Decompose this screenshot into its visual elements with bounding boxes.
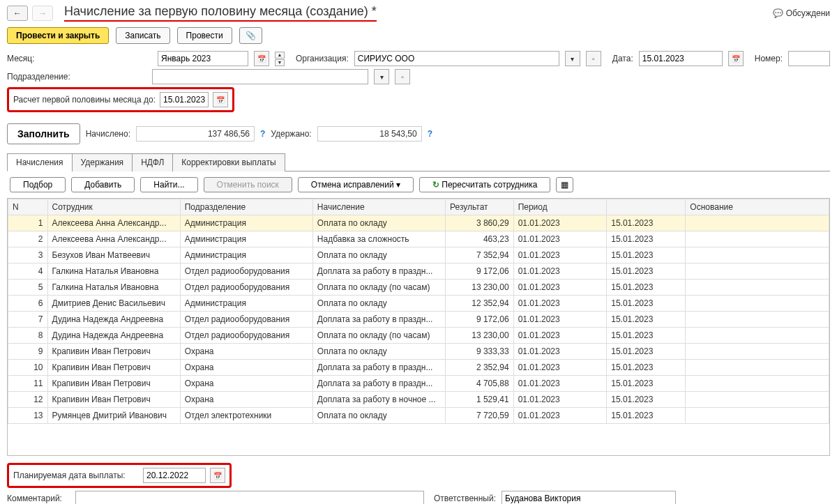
planned-date-field[interactable] <box>143 468 206 483</box>
table-row[interactable]: 1Алексеева Анна Александр...Администраци… <box>8 215 829 231</box>
table-row[interactable]: 11Крапивин Иван ПетровичОхранаДоплата за… <box>8 376 829 392</box>
cancel-search-button: Отменить поиск <box>204 177 292 192</box>
col-n[interactable]: N <box>8 199 48 215</box>
month-field[interactable] <box>158 51 248 66</box>
open-icon[interactable]: ▫ <box>395 69 410 84</box>
withheld-label: Удержано: <box>271 129 311 139</box>
open-icon[interactable]: ▫ <box>586 51 601 66</box>
table-row[interactable]: 8Дудина Надежда АндреевнаОтдел радиообор… <box>8 328 829 344</box>
table-row[interactable]: 6Дмитриев Денис ВасильевичАдминистрацияО… <box>8 296 829 312</box>
col-result[interactable]: Результат <box>446 199 514 215</box>
date-field[interactable] <box>639 51 723 66</box>
table-row[interactable]: 9Крапивин Иван ПетровичОхранаОплата по о… <box>8 344 829 360</box>
help-icon[interactable]: ? <box>260 129 265 139</box>
month-label: Месяц: <box>7 54 70 63</box>
dropdown-icon[interactable]: ▾ <box>565 51 580 66</box>
forward-button[interactable]: → <box>32 6 53 21</box>
discuss-link[interactable]: 💬 Обсуждени <box>773 8 830 18</box>
tab-0[interactable]: Начисления <box>7 153 73 171</box>
cancel-fix-button[interactable]: Отмена исправлений ▾ <box>298 177 414 192</box>
table-row[interactable]: 2Алексеева Анна Александр...Администраци… <box>8 231 829 247</box>
col-period[interactable]: Период <box>513 199 607 215</box>
recalc-button[interactable]: ↻ Пересчитать сотрудника <box>419 177 550 192</box>
back-button[interactable]: ← <box>7 6 28 21</box>
attach-button[interactable]: 📎 <box>239 27 262 44</box>
number-field[interactable] <box>788 51 830 66</box>
post-button[interactable]: Провести <box>177 27 232 44</box>
col-accrual[interactable]: Начисление <box>312 199 445 215</box>
responsible-label: Ответственный: <box>434 494 496 503</box>
col-employee[interactable]: Сотрудник <box>47 199 180 215</box>
select-button[interactable]: Подбор <box>10 177 66 192</box>
page-title: Начисление за первую половину месяца (со… <box>64 4 377 22</box>
col-period-end[interactable] <box>607 199 686 215</box>
comment-field[interactable] <box>75 491 424 504</box>
calendar-icon[interactable]: 📅 <box>210 468 225 483</box>
org-field[interactable] <box>354 51 559 66</box>
table-row[interactable]: 5Галкина Наталья ИвановнаОтдел радиообор… <box>8 280 829 296</box>
calc-until-highlight: Расчет первой половины месяца до: 📅 <box>7 87 234 112</box>
calendar-icon[interactable]: 📅 <box>254 51 269 66</box>
table-row[interactable]: 13Румянцев Дмитрий ИвановичОтдел электро… <box>8 408 829 424</box>
org-label: Организация: <box>296 54 349 63</box>
refresh-icon: ↻ <box>432 180 439 190</box>
division-label: Подразделение: <box>7 72 146 82</box>
tab-1[interactable]: Удержания <box>72 153 133 171</box>
date-label: Дата: <box>612 54 633 63</box>
responsible-field[interactable] <box>502 491 676 504</box>
planned-date-highlight: Планируемая дата выплаты: 📅 <box>7 463 232 488</box>
number-label: Номер: <box>755 54 783 63</box>
withheld-value: 18 543,50 <box>317 126 422 142</box>
planned-date-label: Планируемая дата выплаты: <box>13 471 139 480</box>
month-spinner[interactable]: ▲▼ <box>275 52 285 66</box>
settings-icon[interactable]: ▦ <box>556 177 573 192</box>
tab-2[interactable]: НДФЛ <box>132 153 173 171</box>
comment-label: Комментарий: <box>7 494 70 503</box>
dropdown-icon[interactable]: ▾ <box>374 69 389 84</box>
accruals-table: N Сотрудник Подразделение Начисление Рез… <box>8 199 829 424</box>
add-button[interactable]: Добавить <box>71 177 135 192</box>
calendar-icon[interactable]: 📅 <box>728 51 744 66</box>
calendar-icon[interactable]: 📅 <box>213 92 228 107</box>
calc-until-field[interactable] <box>160 92 209 107</box>
accrued-label: Начислено: <box>86 129 130 139</box>
table-row[interactable]: 7Дудина Надежда АндреевнаОтдел радиообор… <box>8 312 829 328</box>
find-button[interactable]: Найти... <box>140 177 197 192</box>
division-field[interactable] <box>152 69 368 84</box>
speech-icon: 💬 <box>773 8 783 18</box>
accrued-value: 137 486,56 <box>136 126 255 142</box>
fill-button[interactable]: Заполнить <box>7 123 80 144</box>
tab-3[interactable]: Корректировки выплаты <box>172 153 285 171</box>
post-and-close-button[interactable]: Провести и закрыть <box>7 27 109 44</box>
table-row[interactable]: 4Галкина Наталья ИвановнаОтдел радиообор… <box>8 264 829 280</box>
save-button[interactable]: Записать <box>116 27 169 44</box>
calc-until-label: Расчет первой половины месяца до: <box>13 95 156 105</box>
col-division[interactable]: Подразделение <box>180 199 312 215</box>
col-basis[interactable]: Основание <box>686 199 829 215</box>
table-row[interactable]: 12Крапивин Иван ПетровичОхранаДоплата за… <box>8 392 829 408</box>
table-row[interactable]: 10Крапивин Иван ПетровичОхранаДоплата за… <box>8 360 829 376</box>
table-row[interactable]: 3Безухов Иван МатвеевичАдминистрацияОпла… <box>8 247 829 264</box>
help-icon[interactable]: ? <box>428 129 432 139</box>
